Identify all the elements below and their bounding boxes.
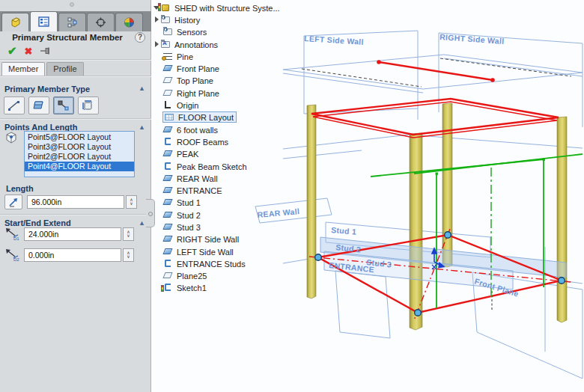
length-spinner[interactable]: ∧∨	[126, 195, 137, 209]
collapse-chevron-icon[interactable]: ▲	[139, 123, 145, 131]
pin-button[interactable]	[40, 46, 52, 55]
tree-item-annotations[interactable]: AAnnotations	[153, 38, 291, 50]
help-button[interactable]: ?	[135, 32, 145, 43]
tree-label: ROOF Beams	[177, 137, 228, 147]
feature-tree[interactable]: SHED with Structure Syste... History Sen…	[153, 1, 291, 294]
line-segment-icon	[7, 99, 21, 111]
tree-label: PEAK	[177, 149, 198, 159]
sketch-grid-icon	[164, 112, 174, 122]
tree-label: History	[174, 15, 200, 25]
point-length-member-button[interactable]	[53, 97, 74, 114]
tree-root-label: SHED with Structure Syste...	[174, 3, 280, 13]
plane-icon	[162, 210, 173, 220]
ok-button[interactable]: ✔	[7, 44, 17, 58]
plane-icon	[162, 88, 173, 98]
sketch-icon	[162, 259, 173, 269]
tree-label: Right Plane	[177, 88, 219, 98]
list-item[interactable]: Point3@FLOOR Layout	[25, 142, 134, 152]
tab-featuremanager[interactable]	[1, 13, 29, 31]
tab-configurationmanager[interactable]	[58, 13, 86, 31]
plane-label-stud1[interactable]: Stud 1	[331, 225, 357, 236]
peak-endpoint[interactable]	[377, 60, 381, 64]
end-extend-input[interactable]: 0.000in	[24, 248, 121, 262]
plane-icon	[162, 125, 173, 135]
list-item-selected[interactable]: Point4@FLOOR Layout	[25, 162, 134, 171]
point-to-point-member-button[interactable]	[4, 97, 25, 114]
points-listbox[interactable]: Point5@FLOOR Layout Point3@FLOOR Layout …	[24, 131, 135, 177]
tab-dimxpertmanager[interactable]	[87, 13, 115, 31]
point-selection-icon	[4, 131, 18, 144]
tab-member[interactable]: Member	[1, 62, 45, 76]
tab-profile[interactable]: Profile	[46, 62, 83, 76]
tree-label: LEFT Side Wall	[177, 247, 234, 257]
tree-item-left-side-wall[interactable]: LEFT Side Wall	[153, 245, 291, 257]
property-manager-panel: Primary Structural Member ? ✔ ✖ Member P…	[0, 0, 151, 392]
plane-label-right-side-wall[interactable]: RIGHT Side Wall	[439, 32, 505, 46]
face-plane-member-button[interactable]	[28, 97, 49, 114]
sketch-endpoint[interactable]	[436, 173, 438, 175]
tree-item-plane25[interactable]: Plane25	[153, 270, 291, 282]
plane-icon	[162, 222, 173, 232]
profile-member-button[interactable]	[78, 97, 99, 114]
end-extend-spinner[interactable]: ∧∨	[123, 248, 134, 262]
tree-item-stud-1[interactable]: Stud 1	[153, 197, 291, 209]
selected-item-box: FLOOR Layout	[162, 111, 237, 123]
expand-arrow-icon[interactable]	[153, 41, 160, 47]
start-extend-icon: D1	[4, 227, 21, 241]
tree-item-top-plane[interactable]: Top Plane	[153, 75, 291, 87]
tree-item-floor-layout[interactable]: FLOOR Layout	[153, 111, 291, 123]
start-extend-spinner[interactable]: ∧∨	[123, 227, 134, 241]
tab-propertymanager[interactable]	[30, 11, 58, 31]
list-item[interactable]: Point5@FLOOR Layout	[25, 132, 134, 142]
tree-item-history[interactable]: History	[153, 13, 291, 25]
plane-icon	[162, 76, 173, 85]
tree-item-sketch1[interactable]: Sketch1	[153, 282, 291, 294]
tree-item-root[interactable]: SHED with Structure Syste...	[153, 1, 291, 13]
panel-grip-handle[interactable]	[70, 2, 74, 7]
tree-item-origin[interactable]: Origin	[153, 99, 291, 111]
collapse-chevron-icon[interactable]: ▲	[139, 85, 145, 92]
list-item[interactable]: Point2@FLOOR Layout	[25, 152, 134, 162]
tree-item-stud-2[interactable]: Stud 2	[153, 209, 291, 221]
tree-item-entrance[interactable]: ENTRANCE	[153, 184, 291, 196]
length-direction-button[interactable]	[4, 195, 22, 209]
tree-item-stud-3[interactable]: Stud 3	[153, 221, 291, 233]
cancel-button[interactable]: ✖	[25, 46, 33, 57]
tree-item-peak[interactable]: PEAK	[153, 148, 291, 160]
svg-text:D1: D1	[13, 236, 19, 241]
tree-label: ENTRANCE	[177, 186, 222, 195]
tab-displaymanager[interactable]	[115, 13, 143, 31]
tree-label: 6 foot walls	[177, 125, 218, 135]
tree-item-peak-beam-sketch[interactable]: Peak Beam Sketch	[153, 160, 291, 172]
peak-endpoint[interactable]	[490, 78, 495, 82]
active-sketch-icon	[162, 283, 173, 293]
tree-label: Pine	[177, 52, 193, 61]
group-primary-member-type: Primary Member Type ▲	[0, 82, 151, 96]
length-input[interactable]: 96.000in	[27, 195, 124, 209]
tree-item-front-plane[interactable]: Front Plane	[153, 62, 291, 74]
tree-item-rear-wall[interactable]: REAR Wall	[153, 172, 291, 184]
tree-item-right-side-wall[interactable]: RIGHT Side Wall	[153, 233, 291, 245]
tree-label: REAR Wall	[177, 174, 218, 183]
tree-label: Stud 3	[177, 222, 201, 232]
sketch-endpoint[interactable]	[543, 159, 545, 161]
plane-icon	[162, 271, 173, 281]
tree-label: Sensors	[177, 27, 207, 37]
tree-item-right-plane[interactable]: Right Plane	[153, 87, 291, 99]
history-folder-icon	[160, 15, 171, 25]
plane-label-left-side-wall[interactable]: LEFT Side Wall	[304, 34, 364, 46]
tree-label: FLOOR Layout	[178, 112, 234, 122]
expand-arrow-icon[interactable]	[153, 16, 160, 22]
tree-item-6-foot-walls[interactable]: 6 foot walls	[153, 123, 291, 135]
tree-item-entrance-studs[interactable]: ENTRANCE Studs	[153, 257, 291, 269]
tree-label: Annotations	[174, 40, 218, 49]
start-extend-input[interactable]: 24.000in	[24, 227, 121, 241]
collapse-chevron-icon[interactable]: ▲	[139, 219, 145, 227]
panel-flyout-handle[interactable]	[146, 199, 155, 227]
tree-item-pine[interactable]: Pine	[153, 50, 291, 62]
tree-item-sensors[interactable]: Sensors	[153, 26, 291, 38]
end-extend-icon: D2	[4, 248, 21, 262]
length-label: Length	[6, 184, 34, 193]
tree-label: Peak Beam Sketch	[177, 162, 247, 171]
tree-item-roof-beams[interactable]: ROOF Beams	[153, 135, 291, 147]
